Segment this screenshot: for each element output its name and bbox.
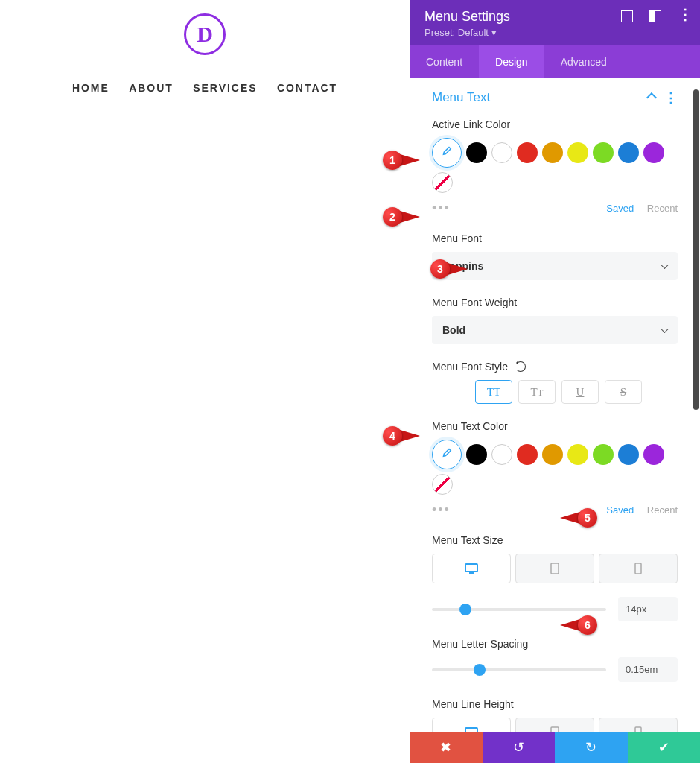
svg-rect-6 (551, 727, 559, 732)
size-slider[interactable] (432, 608, 606, 611)
device-tablet[interactable] (515, 718, 594, 732)
preview-navbar: Home About Services Contact (0, 81, 410, 95)
color-swatch[interactable] (643, 444, 664, 465)
section-title[interactable]: Menu Text (432, 90, 490, 105)
tab-design[interactable]: Design (479, 45, 544, 78)
site-logo: D (184, 13, 226, 55)
svg-rect-0 (465, 564, 477, 572)
spacing-value[interactable]: 0.15em (618, 657, 678, 682)
undo-button[interactable]: ↺ (483, 732, 556, 763)
nav-link[interactable]: Contact (277, 82, 337, 94)
device-desktop[interactable] (432, 718, 511, 732)
color-swatch-none[interactable] (432, 474, 453, 495)
label-menu-font: Menu Font (432, 232, 678, 244)
field-menu-text-color: Menu Text Color ••• Saved Recent (432, 420, 678, 518)
color-swatch[interactable] (517, 142, 538, 163)
preset-dropdown[interactable]: Preset: Default ▾ (424, 27, 685, 38)
field-menu-text-size: Menu Text Size 14px (432, 534, 678, 621)
spacing-slider[interactable] (432, 668, 606, 671)
panel-footer: ✖ ↺ ↻ ✔ (410, 732, 700, 763)
recent-colors-link[interactable]: Recent (647, 203, 678, 214)
chevron-up-icon[interactable] (646, 92, 657, 103)
field-menu-font: Menu Font Poppins (432, 232, 678, 280)
svg-rect-7 (635, 727, 641, 732)
weight-select[interactable]: Bold (432, 316, 678, 344)
page-preview: D Home About Services Contact (0, 0, 410, 763)
color-picker-button[interactable] (432, 138, 462, 168)
strikethrough-button[interactable]: S (605, 380, 642, 404)
color-swatch[interactable] (567, 444, 588, 465)
smallcaps-button[interactable]: TT (518, 380, 556, 404)
nav-link[interactable]: Services (193, 82, 257, 94)
label-menu-font-weight: Menu Font Weight (432, 297, 678, 308)
color-swatch[interactable] (517, 444, 538, 465)
color-swatch[interactable] (593, 444, 614, 465)
redo-button[interactable]: ↻ (555, 732, 628, 763)
label-menu-line-height: Menu Line Height (432, 698, 678, 710)
field-menu-letter-spacing: Menu Letter Spacing 0.15em (432, 638, 678, 682)
size-value[interactable]: 14px (618, 597, 678, 621)
color-swatch[interactable] (466, 142, 487, 163)
more-swatches-icon[interactable]: ••• (432, 200, 451, 216)
scrollbar[interactable] (693, 89, 699, 410)
device-phone[interactable] (599, 718, 678, 732)
color-swatch[interactable] (491, 142, 512, 163)
nav-link[interactable]: Home (72, 82, 109, 94)
color-swatch[interactable] (643, 142, 664, 163)
panel-header: Menu Settings Preset: Default ▾ ⋮ (410, 0, 700, 45)
tab-advanced[interactable]: Advanced (544, 45, 623, 78)
field-menu-font-style: Menu Font Style I TT TT U S (432, 361, 678, 404)
field-active-link-color: Active Link Color ••• Saved Rece (432, 118, 678, 216)
color-swatch[interactable] (593, 142, 614, 163)
color-swatch[interactable] (491, 444, 512, 465)
color-swatch[interactable] (618, 444, 639, 465)
svg-rect-2 (551, 563, 559, 574)
svg-rect-4 (465, 728, 477, 732)
panel-tabs: Content Design Advanced (410, 45, 700, 78)
color-swatch-none[interactable] (432, 172, 453, 193)
color-swatch[interactable] (542, 142, 563, 163)
settings-panel: Menu Settings Preset: Default ▾ ⋮ Conten… (410, 0, 700, 763)
device-desktop[interactable] (432, 554, 511, 583)
label-menu-text-color: Menu Text Color (432, 420, 678, 432)
field-menu-line-height: Menu Line Height 1.3em (432, 698, 678, 732)
label-menu-font-style: Menu Font Style (432, 361, 678, 373)
color-swatch[interactable] (618, 142, 639, 163)
underline-button[interactable]: U (561, 380, 599, 404)
label-text: Menu Font Style (432, 361, 508, 373)
saved-colors-link[interactable]: Saved (606, 504, 634, 516)
color-swatch[interactable] (466, 444, 487, 465)
save-button[interactable]: ✔ (628, 732, 701, 763)
label-menu-letter-spacing: Menu Letter Spacing (432, 638, 678, 650)
expand-icon[interactable] (621, 10, 633, 22)
uppercase-button[interactable]: TT (475, 380, 512, 404)
device-phone[interactable] (599, 554, 678, 583)
layout-icon[interactable] (649, 10, 661, 22)
tab-content[interactable]: Content (410, 45, 479, 78)
recent-colors-link[interactable]: Recent (647, 504, 678, 516)
panel-body: Menu Text ⋮ Active Link Color (410, 78, 700, 732)
label-active-link-color: Active Link Color (432, 118, 678, 130)
color-swatch[interactable] (542, 444, 563, 465)
cancel-button[interactable]: ✖ (410, 732, 483, 763)
nav-link[interactable]: About (129, 82, 174, 94)
reset-icon[interactable] (515, 361, 526, 372)
svg-rect-3 (635, 563, 641, 574)
label-menu-text-size: Menu Text Size (432, 534, 678, 546)
section-more-icon[interactable]: ⋮ (664, 94, 678, 101)
more-icon[interactable]: ⋮ (678, 10, 690, 22)
device-tablet[interactable] (515, 554, 594, 583)
saved-colors-link[interactable]: Saved (606, 203, 634, 214)
color-swatch[interactable] (567, 142, 588, 163)
more-swatches-icon[interactable]: ••• (432, 502, 451, 518)
color-picker-button[interactable] (432, 440, 462, 469)
font-select[interactable]: Poppins (432, 252, 678, 280)
field-menu-font-weight: Menu Font Weight Bold (432, 297, 678, 344)
